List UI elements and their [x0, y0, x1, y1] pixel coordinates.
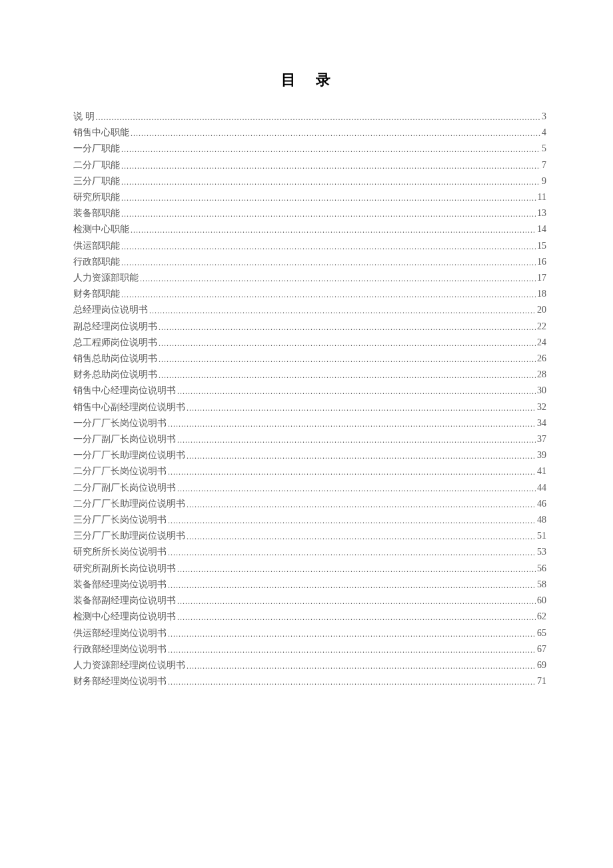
toc-leader-dots [121, 287, 536, 303]
toc-entry[interactable]: 装备部副经理岗位说明书60 [73, 593, 546, 609]
toc-entry[interactable]: 二分厂副厂长岗位说明书44 [73, 480, 546, 496]
toc-entry[interactable]: 一分厂职能5 [73, 141, 546, 157]
toc-entry[interactable]: 行政部职能16 [73, 254, 546, 270]
toc-entry-label: 研究所职能 [73, 189, 120, 205]
toc-entry[interactable]: 财务总助岗位说明书28 [73, 367, 546, 383]
toc-leader-dots [159, 351, 536, 367]
toc-entry-page: 46 [537, 496, 546, 512]
toc-title: 目 录 [73, 70, 546, 90]
toc-entry-label: 研究所副所长岗位说明书 [73, 561, 176, 577]
toc-entry-page: 60 [537, 593, 546, 609]
toc-entry[interactable]: 供运部经理岗位说明书65 [73, 625, 546, 641]
toc-entry-page: 28 [537, 367, 546, 383]
toc-entry[interactable]: 财务部职能18 [73, 286, 546, 302]
toc-entry-label: 销售中心经理岗位说明书 [73, 383, 176, 399]
toc-entry-page: 30 [537, 383, 546, 399]
toc-entry[interactable]: 总工程师岗位说明书24 [73, 335, 546, 351]
toc-entry[interactable]: 副总经理岗位说明书22 [73, 319, 546, 335]
toc-leader-dots [168, 416, 536, 432]
toc-entry[interactable]: 检测中心经理岗位说明书62 [73, 609, 546, 625]
toc-entry[interactable]: 一分厂副厂长岗位说明书37 [73, 431, 546, 447]
toc-entry-label: 装备部副经理岗位说明书 [73, 593, 176, 609]
toc-entry[interactable]: 检测中心职能14 [73, 221, 546, 237]
toc-entry[interactable]: 装备部职能13 [73, 205, 546, 221]
toc-entry-page: 24 [537, 335, 546, 351]
toc-entry-label: 供运部职能 [73, 238, 120, 254]
toc-entry[interactable]: 二分厂厂长助理岗位说明书46 [73, 496, 546, 512]
toc-entry-page: 18 [537, 286, 546, 302]
toc-entry[interactable]: 销售总助岗位说明书26 [73, 351, 546, 367]
toc-leader-dots [187, 529, 536, 545]
toc-entry-page: 62 [537, 609, 546, 625]
toc-entry-page: 26 [537, 351, 546, 367]
toc-entry[interactable]: 研究所职能11 [73, 189, 546, 205]
toc-entry[interactable]: 销售中心经理岗位说明书30 [73, 383, 546, 399]
toc-entry-label: 三分厂职能 [73, 173, 120, 189]
toc-entry-label: 行政部经理岗位说明书 [73, 641, 167, 657]
toc-entry-page: 51 [537, 528, 546, 544]
toc-entry[interactable]: 一分厂厂长助理岗位说明书39 [73, 447, 546, 463]
toc-entry[interactable]: 装备部经理岗位说明书58 [73, 577, 546, 593]
toc-leader-dots [168, 513, 536, 529]
toc-entry-label: 财务部经理岗位说明书 [73, 673, 167, 689]
toc-entry-page: 44 [537, 480, 546, 496]
toc-leader-dots [187, 497, 536, 513]
toc-entry[interactable]: 一分厂厂长岗位说明书34 [73, 415, 546, 431]
toc-leader-dots [168, 577, 536, 593]
toc-entry[interactable]: 研究所副所长岗位说明书56 [73, 561, 546, 577]
toc-entry-label: 二分厂厂长助理岗位说明书 [73, 496, 185, 512]
toc-entry-label: 装备部经理岗位说明书 [73, 577, 167, 593]
toc-entry[interactable]: 说 明3 [73, 109, 546, 125]
toc-entry[interactable]: 财务部经理岗位说明书71 [73, 673, 546, 689]
toc-entry-page: 15 [537, 238, 546, 254]
toc-entry-page: 14 [537, 221, 546, 237]
toc-entry-page: 11 [538, 189, 546, 205]
toc-entry-label: 三分厂厂长助理岗位说明书 [73, 528, 185, 544]
toc-entry-label: 供运部经理岗位说明书 [73, 625, 167, 641]
toc-entry-label: 一分厂厂长助理岗位说明书 [73, 447, 185, 463]
toc-leader-dots [177, 383, 536, 399]
toc-entry-page: 67 [537, 641, 546, 657]
toc-entry[interactable]: 供运部职能15 [73, 238, 546, 254]
toc-leader-dots [168, 642, 536, 658]
toc-entry[interactable]: 三分厂职能9 [73, 173, 546, 189]
toc-entry-label: 销售总助岗位说明书 [73, 351, 157, 367]
toc-entry[interactable]: 人力资源部职能17 [73, 270, 546, 286]
toc-leader-dots [121, 174, 540, 190]
toc-entry[interactable]: 销售中心职能4 [73, 125, 546, 141]
toc-entry[interactable]: 二分厂职能7 [73, 157, 546, 173]
toc-leader-dots [177, 561, 536, 577]
toc-entry-page: 53 [537, 544, 546, 560]
toc-entry[interactable]: 行政部经理岗位说明书67 [73, 641, 546, 657]
toc-entry-page: 7 [542, 157, 546, 173]
toc-entry-label: 研究所所长岗位说明书 [73, 544, 167, 560]
toc-entry-page: 69 [537, 657, 546, 673]
toc-entry-page: 39 [537, 447, 546, 463]
toc-entry-label: 检测中心经理岗位说明书 [73, 609, 176, 625]
toc-leader-dots [121, 255, 536, 271]
toc-leader-dots [187, 658, 536, 674]
toc-leader-dots [159, 335, 536, 351]
toc-leader-dots [121, 158, 540, 174]
toc-entry-page: 34 [537, 415, 546, 431]
toc-container: 说 明3销售中心职能4一分厂职能5二分厂职能7三分厂职能9研究所职能11装备部职… [73, 109, 546, 689]
toc-entry[interactable]: 总经理岗位说明书20 [73, 302, 546, 318]
toc-entry-label: 财务总助岗位说明书 [73, 367, 157, 383]
toc-entry-label: 检测中心职能 [73, 221, 129, 237]
toc-entry-label: 三分厂厂长岗位说明书 [73, 512, 167, 528]
toc-leader-dots [168, 626, 536, 642]
toc-leader-dots [177, 609, 536, 625]
toc-leader-dots [96, 109, 541, 125]
toc-leader-dots [177, 593, 536, 609]
toc-entry[interactable]: 二分厂厂长岗位说明书41 [73, 463, 546, 479]
toc-entry[interactable]: 研究所所长岗位说明书53 [73, 544, 546, 560]
toc-leader-dots [121, 141, 540, 157]
toc-entry-label: 说 明 [73, 109, 95, 125]
toc-entry[interactable]: 销售中心副经理岗位说明书32 [73, 399, 546, 415]
toc-entry[interactable]: 人力资源部经理岗位说明书69 [73, 657, 546, 673]
toc-entry[interactable]: 三分厂厂长助理岗位说明书51 [73, 528, 546, 544]
toc-entry-label: 一分厂厂长岗位说明书 [73, 415, 167, 431]
toc-entry[interactable]: 三分厂厂长岗位说明书48 [73, 512, 546, 528]
toc-entry-label: 一分厂副厂长岗位说明书 [73, 431, 176, 447]
toc-leader-dots [121, 206, 536, 222]
